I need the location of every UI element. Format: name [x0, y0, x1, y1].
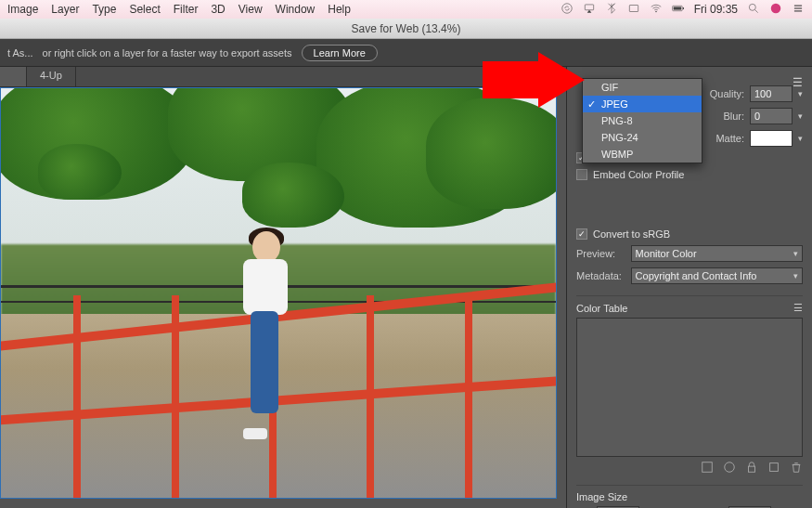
dialog-titlebar: Save for Web (13.4%) — [0, 19, 812, 39]
quality-input[interactable]: 100 — [750, 85, 793, 102]
svg-point-0 — [561, 3, 572, 13]
menu-select[interactable]: Select — [129, 3, 160, 16]
menu-3d[interactable]: 3D — [211, 3, 225, 16]
menu-image[interactable]: Image — [7, 3, 38, 16]
menu-window[interactable]: Window — [276, 3, 316, 16]
panel-menu-icon[interactable]: ☰ — [793, 302, 803, 314]
map-to-transparent-icon[interactable] — [723, 461, 736, 475]
svg-rect-1 — [585, 4, 593, 9]
matte-swatch[interactable] — [750, 130, 793, 147]
learn-more-button[interactable]: Learn More — [302, 45, 378, 61]
tip-bar: t As... or right click on a layer for a … — [0, 39, 812, 67]
tab-original[interactable] — [0, 67, 27, 86]
blur-input[interactable]: 0 — [750, 108, 793, 124]
chevron-down-icon[interactable]: ▾ — [798, 111, 803, 121]
convert-srgb-label: Convert to sRGB — [593, 228, 670, 240]
format-option-png24[interactable]: PNG-24 — [583, 129, 702, 146]
format-option-wbmp[interactable]: WBMP — [583, 146, 702, 163]
chevron-down-icon[interactable]: ▾ — [798, 89, 803, 98]
menu-type[interactable]: Type — [92, 3, 116, 16]
chevron-down-icon[interactable]: ▾ — [798, 134, 803, 143]
svg-rect-6 — [673, 7, 681, 9]
menubar-status-area: Fri 09:35 — [561, 2, 805, 18]
tip-text: or right click on a layer for a faster w… — [43, 47, 292, 59]
image-preview[interactable] — [0, 87, 557, 499]
svg-line-8 — [755, 9, 758, 12]
cc-sync-icon[interactable] — [561, 2, 574, 18]
menu-help[interactable]: Help — [328, 3, 351, 16]
color-table-label: Color Table — [576, 303, 627, 314]
menu-view[interactable]: View — [238, 3, 263, 16]
tip-text-truncated: t As... — [7, 47, 33, 59]
svg-rect-2 — [629, 5, 638, 11]
color-table[interactable] — [576, 318, 803, 457]
svg-rect-13 — [702, 462, 713, 473]
spotlight-icon[interactable] — [747, 2, 760, 18]
convert-srgb-checkbox[interactable] — [576, 228, 587, 240]
svg-point-9 — [771, 3, 781, 13]
mac-menubar: Image Layer Type Select Filter 3D View W… — [0, 0, 812, 19]
keyboard-input-icon[interactable] — [627, 2, 640, 18]
format-option-png8[interactable]: PNG-8 — [583, 112, 702, 129]
battery-icon[interactable] — [672, 2, 685, 18]
annotation-arrow-icon — [483, 52, 585, 110]
preview-tabs: 4-Up — [0, 67, 566, 87]
lock-color-icon[interactable] — [745, 461, 758, 475]
preview-select[interactable]: Monitor Color▾ — [631, 245, 803, 262]
menu-layer[interactable]: Layer — [51, 3, 79, 16]
bluetooth-icon[interactable] — [605, 2, 618, 18]
siri-icon[interactable] — [769, 2, 782, 18]
svg-point-7 — [749, 4, 755, 10]
embed-profile-label: Embed Color Profile — [593, 169, 684, 180]
app-menu-items: Image Layer Type Select Filter 3D View W… — [7, 3, 351, 16]
preview-label: Preview: — [576, 248, 625, 259]
panel-menu-icon[interactable]: ☰ — [793, 76, 803, 89]
svg-rect-15 — [749, 466, 755, 472]
svg-point-3 — [655, 10, 657, 12]
airplay-icon[interactable] — [583, 2, 596, 18]
svg-rect-16 — [770, 463, 779, 472]
new-color-icon[interactable] — [767, 461, 780, 475]
svg-rect-5 — [682, 7, 683, 8]
notification-center-icon[interactable] — [792, 2, 805, 18]
settings-panel: ☰ GIF JPEG PNG-8 PNG-24 WBMP Quality: 10… — [566, 67, 812, 508]
format-option-gif[interactable]: GIF — [583, 79, 702, 96]
embed-profile-checkbox[interactable] — [576, 169, 587, 180]
format-dropdown[interactable]: GIF JPEG PNG-8 PNG-24 WBMP — [582, 78, 702, 163]
format-option-jpeg[interactable]: JPEG — [583, 96, 702, 112]
color-picker-icon[interactable] — [701, 461, 714, 475]
menu-filter[interactable]: Filter — [174, 3, 199, 16]
svg-marker-17 — [483, 52, 585, 108]
metadata-select[interactable]: Copyright and Contact Info▾ — [631, 267, 803, 284]
image-size-heading: Image Size — [576, 491, 627, 502]
metadata-label: Metadata: — [576, 270, 625, 281]
svg-point-14 — [725, 462, 735, 473]
tab-4up[interactable]: 4-Up — [27, 67, 76, 86]
trash-icon[interactable] — [790, 461, 803, 475]
menubar-clock[interactable]: Fri 09:35 — [694, 3, 738, 16]
wifi-icon[interactable] — [650, 2, 663, 18]
dialog-title: Save for Web (13.4%) — [352, 22, 461, 35]
